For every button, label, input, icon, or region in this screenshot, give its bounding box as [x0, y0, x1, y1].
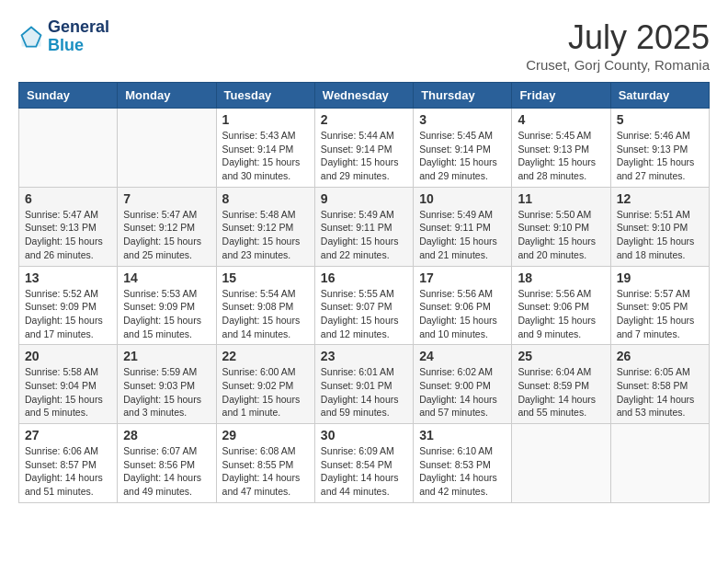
- calendar-cell: 13Sunrise: 5:52 AM Sunset: 9:09 PM Dayli…: [19, 266, 118, 345]
- logo: GeneralBlue: [18, 18, 109, 55]
- day-number: 12: [617, 191, 703, 206]
- calendar-cell: 5Sunrise: 5:46 AM Sunset: 9:13 PM Daylig…: [610, 109, 709, 188]
- day-info: Sunrise: 6:06 AM Sunset: 8:57 PM Dayligh…: [25, 444, 111, 499]
- day-number: 17: [419, 270, 506, 285]
- logo-text: GeneralBlue: [48, 18, 109, 55]
- day-number: 18: [518, 270, 604, 285]
- day-info: Sunrise: 5:52 AM Sunset: 9:09 PM Dayligh…: [25, 287, 111, 341]
- day-number: 8: [222, 191, 309, 206]
- day-info: Sunrise: 6:09 AM Sunset: 8:54 PM Dayligh…: [321, 444, 407, 499]
- weekday-header: Sunday: [19, 83, 118, 109]
- calendar-cell: 24Sunrise: 6:02 AM Sunset: 9:00 PM Dayli…: [414, 345, 512, 424]
- day-info: Sunrise: 5:59 AM Sunset: 9:03 PM Dayligh…: [123, 365, 210, 419]
- calendar-cell: 23Sunrise: 6:01 AM Sunset: 9:01 PM Dayli…: [314, 345, 413, 424]
- day-info: Sunrise: 6:07 AM Sunset: 8:56 PM Dayligh…: [123, 444, 210, 499]
- weekday-header: Tuesday: [216, 83, 314, 109]
- calendar-cell: 19Sunrise: 5:57 AM Sunset: 9:05 PM Dayli…: [610, 266, 709, 345]
- weekday-header: Friday: [512, 83, 610, 109]
- day-number: 1: [222, 112, 309, 127]
- day-info: Sunrise: 5:50 AM Sunset: 9:10 PM Dayligh…: [518, 208, 604, 262]
- day-number: 30: [321, 428, 407, 442]
- calendar-cell: 4Sunrise: 5:45 AM Sunset: 9:13 PM Daylig…: [512, 109, 610, 188]
- day-info: Sunrise: 5:46 AM Sunset: 9:13 PM Dayligh…: [617, 129, 703, 183]
- logo-icon: [18, 24, 44, 50]
- day-number: 10: [419, 191, 506, 206]
- day-number: 16: [321, 270, 407, 285]
- calendar-week-row: 20Sunrise: 5:58 AM Sunset: 9:04 PM Dayli…: [19, 345, 710, 424]
- day-info: Sunrise: 6:04 AM Sunset: 8:59 PM Dayligh…: [518, 365, 604, 419]
- day-number: 21: [123, 349, 210, 363]
- location: Cruset, Gorj County, Romania: [526, 57, 710, 73]
- title-block: July 2025 Cruset, Gorj County, Romania: [526, 18, 710, 73]
- calendar-cell: 27Sunrise: 6:06 AM Sunset: 8:57 PM Dayli…: [19, 424, 118, 503]
- day-info: Sunrise: 5:44 AM Sunset: 9:14 PM Dayligh…: [321, 129, 407, 183]
- day-info: Sunrise: 6:01 AM Sunset: 9:01 PM Dayligh…: [321, 365, 407, 419]
- day-number: 4: [518, 112, 604, 127]
- day-info: Sunrise: 5:45 AM Sunset: 9:13 PM Dayligh…: [518, 129, 604, 183]
- day-info: Sunrise: 5:45 AM Sunset: 9:14 PM Dayligh…: [419, 129, 506, 183]
- day-number: 13: [25, 270, 111, 285]
- calendar-week-row: 6Sunrise: 5:47 AM Sunset: 9:13 PM Daylig…: [19, 187, 710, 266]
- day-number: 22: [222, 349, 309, 363]
- day-number: 3: [419, 112, 506, 127]
- day-number: 6: [25, 191, 111, 206]
- calendar-cell: 9Sunrise: 5:49 AM Sunset: 9:11 PM Daylig…: [314, 187, 413, 266]
- calendar-cell: [118, 109, 216, 188]
- day-info: Sunrise: 6:00 AM Sunset: 9:02 PM Dayligh…: [222, 365, 309, 419]
- day-number: 29: [222, 428, 309, 442]
- calendar-cell: [512, 424, 610, 503]
- day-info: Sunrise: 6:10 AM Sunset: 8:53 PM Dayligh…: [419, 444, 506, 499]
- day-info: Sunrise: 5:53 AM Sunset: 9:09 PM Dayligh…: [123, 287, 210, 341]
- day-number: 31: [419, 428, 506, 442]
- day-info: Sunrise: 5:56 AM Sunset: 9:06 PM Dayligh…: [419, 287, 506, 341]
- calendar-cell: 11Sunrise: 5:50 AM Sunset: 9:10 PM Dayli…: [512, 187, 610, 266]
- day-info: Sunrise: 6:08 AM Sunset: 8:55 PM Dayligh…: [222, 444, 309, 499]
- day-number: 19: [617, 270, 703, 285]
- calendar-cell: 15Sunrise: 5:54 AM Sunset: 9:08 PM Dayli…: [216, 266, 314, 345]
- calendar-cell: 25Sunrise: 6:04 AM Sunset: 8:59 PM Dayli…: [512, 345, 610, 424]
- calendar-cell: 1Sunrise: 5:43 AM Sunset: 9:14 PM Daylig…: [216, 109, 314, 188]
- day-number: 27: [25, 428, 111, 442]
- calendar-cell: 22Sunrise: 6:00 AM Sunset: 9:02 PM Dayli…: [216, 345, 314, 424]
- day-info: Sunrise: 5:47 AM Sunset: 9:13 PM Dayligh…: [25, 208, 111, 262]
- day-number: 24: [419, 349, 506, 363]
- day-info: Sunrise: 5:49 AM Sunset: 9:11 PM Dayligh…: [419, 208, 506, 262]
- day-info: Sunrise: 6:05 AM Sunset: 8:58 PM Dayligh…: [617, 365, 703, 419]
- calendar-table: SundayMondayTuesdayWednesdayThursdayFrid…: [18, 82, 710, 503]
- calendar-cell: 29Sunrise: 6:08 AM Sunset: 8:55 PM Dayli…: [216, 424, 314, 503]
- day-number: 15: [222, 270, 309, 285]
- weekday-header: Wednesday: [314, 83, 413, 109]
- calendar-week-row: 27Sunrise: 6:06 AM Sunset: 8:57 PM Dayli…: [19, 424, 710, 503]
- calendar-header-row: SundayMondayTuesdayWednesdayThursdayFrid…: [19, 83, 710, 109]
- day-info: Sunrise: 5:47 AM Sunset: 9:12 PM Dayligh…: [123, 208, 210, 262]
- day-number: 23: [321, 349, 407, 363]
- day-info: Sunrise: 5:51 AM Sunset: 9:10 PM Dayligh…: [617, 208, 703, 262]
- day-number: 28: [123, 428, 210, 442]
- weekday-header: Saturday: [610, 83, 709, 109]
- calendar-cell: 12Sunrise: 5:51 AM Sunset: 9:10 PM Dayli…: [610, 187, 709, 266]
- calendar-cell: 10Sunrise: 5:49 AM Sunset: 9:11 PM Dayli…: [414, 187, 512, 266]
- weekday-header: Thursday: [414, 83, 512, 109]
- calendar-week-row: 1Sunrise: 5:43 AM Sunset: 9:14 PM Daylig…: [19, 109, 710, 188]
- day-info: Sunrise: 5:54 AM Sunset: 9:08 PM Dayligh…: [222, 287, 309, 341]
- calendar-cell: 20Sunrise: 5:58 AM Sunset: 9:04 PM Dayli…: [19, 345, 118, 424]
- weekday-header: Monday: [118, 83, 216, 109]
- calendar-cell: 21Sunrise: 5:59 AM Sunset: 9:03 PM Dayli…: [118, 345, 216, 424]
- month-title: July 2025: [526, 18, 710, 57]
- day-info: Sunrise: 5:57 AM Sunset: 9:05 PM Dayligh…: [617, 287, 703, 341]
- day-number: 11: [518, 191, 604, 206]
- calendar-cell: [610, 424, 709, 503]
- calendar-cell: 30Sunrise: 6:09 AM Sunset: 8:54 PM Dayli…: [314, 424, 413, 503]
- calendar-cell: 7Sunrise: 5:47 AM Sunset: 9:12 PM Daylig…: [118, 187, 216, 266]
- calendar-cell: 14Sunrise: 5:53 AM Sunset: 9:09 PM Dayli…: [118, 266, 216, 345]
- day-number: 14: [123, 270, 210, 285]
- day-info: Sunrise: 5:43 AM Sunset: 9:14 PM Dayligh…: [222, 129, 309, 183]
- calendar-cell: 31Sunrise: 6:10 AM Sunset: 8:53 PM Dayli…: [414, 424, 512, 503]
- calendar-cell: 18Sunrise: 5:56 AM Sunset: 9:06 PM Dayli…: [512, 266, 610, 345]
- day-number: 20: [25, 349, 111, 363]
- day-number: 7: [123, 191, 210, 206]
- calendar-cell: 16Sunrise: 5:55 AM Sunset: 9:07 PM Dayli…: [314, 266, 413, 345]
- calendar-cell: 8Sunrise: 5:48 AM Sunset: 9:12 PM Daylig…: [216, 187, 314, 266]
- day-info: Sunrise: 5:56 AM Sunset: 9:06 PM Dayligh…: [518, 287, 604, 341]
- calendar-cell: 26Sunrise: 6:05 AM Sunset: 8:58 PM Dayli…: [610, 345, 709, 424]
